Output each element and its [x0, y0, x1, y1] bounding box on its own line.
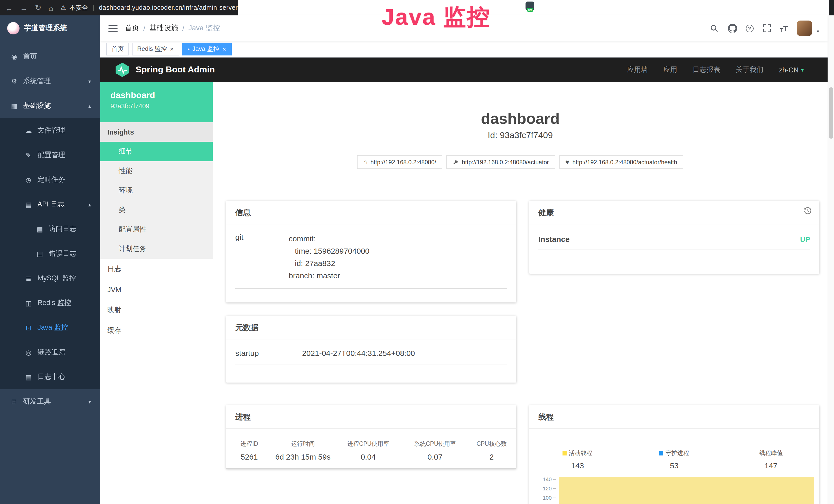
monitor-icon: ⊡ [25, 324, 32, 331]
admin-navbar: 首页 / 基础设施 / Java 监控 ? [100, 16, 827, 41]
info-card-title: 信息 [226, 201, 516, 224]
app-logo[interactable]: 芋道管理系统 [0, 16, 100, 41]
admin-sidebar: 芋道管理系统 ◉ 首页 ⚙ 系统管理 ▾ ▦ 基础设施 ▴ [0, 16, 100, 504]
github-icon[interactable] [728, 24, 737, 33]
sidebar-item-mysql-monitor[interactable]: ≣ MySQL 监控 [0, 266, 100, 291]
cloud-icon: ☁ [25, 127, 32, 134]
edit-icon: ✎ [25, 151, 32, 159]
sidebar-item-file-management[interactable]: ☁ 文件管理 [0, 118, 100, 143]
sba-nav-wall[interactable]: 应用墙 [627, 65, 648, 74]
sidebar-item-api-logs[interactable]: ▤ API 日志 ▴ [0, 192, 100, 217]
chevron-down-icon[interactable]: ▾ [817, 29, 819, 34]
process-table: 进程ID 运行时间 进程CPU使用率 系统CPU使用率 CPU核心数 5261 [226, 436, 516, 469]
metadata-card-title: 元数据 [226, 316, 516, 339]
sidebar-item-redis-monitor[interactable]: ◫ Redis 监控 [0, 291, 100, 315]
extension-icon-5[interactable]: on [526, 2, 534, 10]
base-url-button[interactable]: ⌂ http://192.168.0.2:48080/ [357, 155, 443, 169]
sba-language-select[interactable]: zh-CN ▾ [779, 66, 804, 74]
user-avatar[interactable] [797, 21, 812, 36]
sba-item-config-props[interactable]: 配置属性 [100, 220, 213, 239]
health-url-button[interactable]: ♥ http://192.168.0.2:48080/actuator/heal… [559, 155, 683, 169]
browser-chrome: ← → ↻ ⌂ ⚠ 不安全 | dashboard.yudao.iocoder.… [0, 0, 834, 16]
eye-icon: ◎ [25, 348, 32, 356]
sidebar-item-java-monitor[interactable]: ⊡ Java 监控 [0, 315, 100, 340]
sba-item-details[interactable]: 细节 [100, 142, 213, 161]
sidebar-item-config-management[interactable]: ✎ 配置管理 [0, 143, 100, 167]
scrollbar-thumb[interactable] [829, 87, 833, 139]
threads-chart: 140 120 100 [536, 474, 817, 504]
address-bar[interactable]: ⚠ 不安全 | dashboard.yudao.iocoder.cn/infra… [60, 3, 238, 12]
threads-card: 线程 活动线程 143 守护进程 53 [529, 405, 819, 504]
search-icon[interactable] [710, 24, 719, 33]
sidebar-item-log-center[interactable]: ▤ 日志中心 [0, 365, 100, 389]
sba-nav-about[interactable]: 关于我们 [736, 65, 763, 74]
sba-nav-journal[interactable]: 日志报表 [693, 65, 720, 74]
page-scrollbar[interactable] [827, 16, 834, 504]
chevron-down-icon: ▾ [88, 78, 91, 84]
sba-item-logs[interactable]: 日志 [100, 259, 213, 279]
process-card: 进程 进程ID 运行时间 进程CPU使用率 系统CPU使用率 [226, 405, 516, 469]
sidebar-item-home[interactable]: ◉ 首页 [0, 44, 100, 69]
sba-item-caches[interactable]: 缓存 [100, 320, 213, 341]
sba-sidebar: dashboard 93a3fc7f7409 Insights 细节 性能 环境… [100, 82, 213, 504]
sba-item-jvm[interactable]: JVM [100, 279, 213, 300]
health-card-title: 健康 [529, 201, 819, 224]
tab-home[interactable]: 首页 [106, 43, 129, 55]
close-icon[interactable]: × [170, 46, 174, 52]
sidebar-item-scheduled-tasks[interactable]: ◷ 定时任务 [0, 167, 100, 192]
dashboard-icon: ◉ [10, 53, 18, 60]
startup-row: startup 2021-04-27T00:44:31.254+08:00 [235, 339, 507, 365]
active-threads-swatch [563, 451, 567, 455]
divider: | [93, 4, 94, 11]
breadcrumb-group[interactable]: 基础设施 [150, 24, 178, 33]
insights-section-label: Insights [100, 122, 213, 142]
chevron-down-icon: ▾ [88, 399, 91, 404]
sidebar-item-error-logs[interactable]: ▤ 错误日志 [0, 241, 100, 266]
sidebar-item-access-logs[interactable]: ▤ 访问日志 [0, 217, 100, 241]
sidebar-item-infrastructure[interactable]: ▦ 基础设施 ▴ [0, 93, 100, 118]
home-icon[interactable]: ⌂ [48, 3, 53, 12]
status-badge: UP [800, 235, 810, 243]
breadcrumb-home[interactable]: 首页 [125, 24, 139, 33]
sba-item-classes[interactable]: 类 [100, 200, 213, 220]
fullscreen-icon[interactable] [762, 24, 771, 33]
sidebar-collapse-icon[interactable] [108, 25, 118, 32]
reload-icon[interactable]: ↻ [35, 3, 41, 12]
instance-health-row[interactable]: Instance UP [539, 224, 810, 250]
back-icon[interactable]: ← [5, 3, 13, 12]
server-icon: ≣ [25, 274, 32, 282]
document-icon: ▤ [36, 250, 44, 257]
close-icon[interactable]: × [222, 46, 226, 52]
daemon-threads-swatch [659, 451, 663, 455]
document-icon: ▤ [25, 201, 32, 208]
sidebar-item-system[interactable]: ⚙ 系统管理 ▾ [0, 69, 100, 93]
history-icon[interactable] [804, 206, 812, 215]
timer-icon: ◷ [25, 176, 32, 184]
actuator-url-button[interactable]: http://192.168.0.2:48080/actuator [446, 155, 555, 169]
chevron-down-icon: ▾ [801, 67, 804, 73]
git-info-row: git commit: time: 1596289704000 id: 27aa… [235, 224, 507, 289]
sba-item-scheduled-tasks[interactable]: 计划任务 [100, 239, 213, 259]
sba-item-performance[interactable]: 性能 [100, 161, 213, 181]
info-card: 信息 git commit: time: 1596289704000 id: 2… [226, 201, 516, 302]
sba-item-mappings[interactable]: 映射 [100, 300, 213, 320]
sba-navbar: Spring Boot Admin 应用墙 应用 日志报表 关于我们 zh-CN… [100, 58, 827, 82]
forward-icon[interactable]: → [20, 3, 28, 12]
active-dot-icon: ● [188, 47, 190, 51]
url-text: dashboard.yudao.iocoder.cn/infra/admin-s… [99, 4, 238, 11]
sidebar-item-tracing[interactable]: ◎ 链路追踪 [0, 340, 100, 365]
sba-brand[interactable]: Spring Boot Admin [114, 62, 215, 77]
sidebar-item-dev-tools[interactable]: ⊞ 研发工具 ▾ [0, 389, 100, 414]
toolbox-icon: ⊞ [10, 398, 18, 406]
chevron-up-icon: ▴ [88, 103, 91, 109]
threads-card-title: 线程 [529, 405, 819, 429]
sba-nav-applications[interactable]: 应用 [663, 65, 677, 74]
instance-header[interactable]: dashboard 93a3fc7f7409 [100, 82, 213, 122]
help-icon[interactable]: ? [746, 24, 753, 32]
sba-item-environment[interactable]: 环境 [100, 181, 213, 200]
health-card: 健康 Instance UP [529, 201, 819, 274]
tab-redis-monitor[interactable]: Redis 监控 × [132, 43, 179, 55]
breadcrumb: 首页 / 基础设施 / Java 监控 [125, 24, 220, 33]
tab-java-monitor[interactable]: ● Java 监控 × [182, 43, 232, 55]
font-size-icon[interactable]: TT [780, 24, 788, 32]
